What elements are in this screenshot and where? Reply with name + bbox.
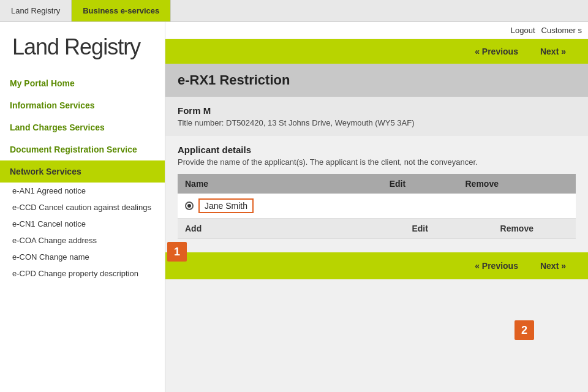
top-previous-button[interactable]: « Previous bbox=[465, 43, 528, 60]
applicant-edit-cell bbox=[382, 194, 458, 219]
add-action-row: Add Edit Remove bbox=[178, 219, 576, 239]
remove-column-header: Remove bbox=[458, 174, 576, 194]
applicant-details-section: Applicant details Provide the name of th… bbox=[165, 136, 588, 247]
applicant-radio[interactable] bbox=[185, 202, 194, 210]
sidebar-nav-links: My Portal Home Information Services Land… bbox=[0, 66, 165, 282]
sidebar-item-information-services[interactable]: Information Services bbox=[0, 94, 165, 116]
applicant-row: Jane Smith bbox=[178, 194, 576, 219]
form-m-section: Form M Title number: DT502420, 13 St Joh… bbox=[165, 97, 588, 136]
applicant-remove-cell bbox=[458, 194, 576, 219]
sidebar-logo: Land Registry bbox=[0, 22, 165, 66]
sidebar-sub-an1[interactable]: e-AN1 Agreed notice bbox=[0, 183, 165, 199]
edit-action-cell: Edit bbox=[382, 219, 458, 239]
top-nav-land-registry[interactable]: Land Registry bbox=[0, 0, 72, 21]
top-next-button[interactable]: Next » bbox=[530, 43, 576, 60]
applicant-name-cell: Jane Smith bbox=[178, 194, 382, 219]
form-m-subtitle: Title number: DT502420, 13 St Johns Driv… bbox=[178, 118, 576, 127]
top-nav-business-eservices[interactable]: Business e-services bbox=[72, 0, 171, 21]
badge-number-1: 1 bbox=[167, 242, 187, 262]
sidebar: Land Registry My Portal Home Information… bbox=[0, 22, 165, 392]
edit-column-header: Edit bbox=[382, 174, 458, 194]
sidebar-sub-cpd[interactable]: e-CPD Change property description bbox=[0, 265, 165, 282]
sidebar-item-document-registration-service[interactable]: Document Registration Service bbox=[0, 138, 165, 160]
form-title: e-RX1 Restriction bbox=[165, 64, 588, 97]
sidebar-sub-con[interactable]: e-CON Change name bbox=[0, 249, 165, 265]
sidebar-sub-coa[interactable]: e-COA Change address bbox=[0, 232, 165, 249]
form-content-area: e-RX1 Restriction Form M Title number: D… bbox=[165, 64, 588, 392]
top-nav-bar: « Previous Next » bbox=[165, 39, 588, 64]
bottom-previous-button[interactable]: « Previous bbox=[465, 257, 528, 274]
form-m-title: Form M bbox=[178, 105, 576, 116]
name-column-header: Name bbox=[178, 174, 382, 194]
sidebar-item-land-charges-services[interactable]: Land Charges Services bbox=[0, 116, 165, 138]
badge-number-2: 2 bbox=[514, 320, 534, 340]
remove-action-cell: Remove bbox=[458, 219, 576, 239]
applicant-details-description: Provide the name of the applicant(s). Th… bbox=[178, 157, 576, 167]
top-right-links: Logout Customer s bbox=[165, 22, 588, 39]
sidebar-sub-ccd[interactable]: e-CCD Cancel caution against dealings bbox=[0, 199, 165, 216]
sidebar-item-my-portal-home[interactable]: My Portal Home bbox=[0, 72, 165, 94]
customer-link[interactable]: Customer s bbox=[541, 26, 582, 35]
applicant-table: Name Edit Remove Jane Smith bbox=[178, 174, 576, 239]
sidebar-sub-cn1[interactable]: e-CN1 Cancel notice bbox=[0, 216, 165, 232]
add-button-cell[interactable]: Add bbox=[178, 219, 382, 239]
sidebar-item-network-services[interactable]: Network Services bbox=[0, 160, 165, 183]
bottom-nav-bar: « Previous Next » bbox=[165, 252, 588, 279]
bottom-next-button[interactable]: Next » bbox=[530, 257, 576, 274]
applicant-details-title: Applicant details bbox=[178, 145, 576, 155]
top-navigation: Land Registry Business e-services bbox=[0, 0, 588, 22]
logout-link[interactable]: Logout bbox=[511, 26, 535, 35]
applicant-name-value: Jane Smith bbox=[198, 198, 254, 213]
